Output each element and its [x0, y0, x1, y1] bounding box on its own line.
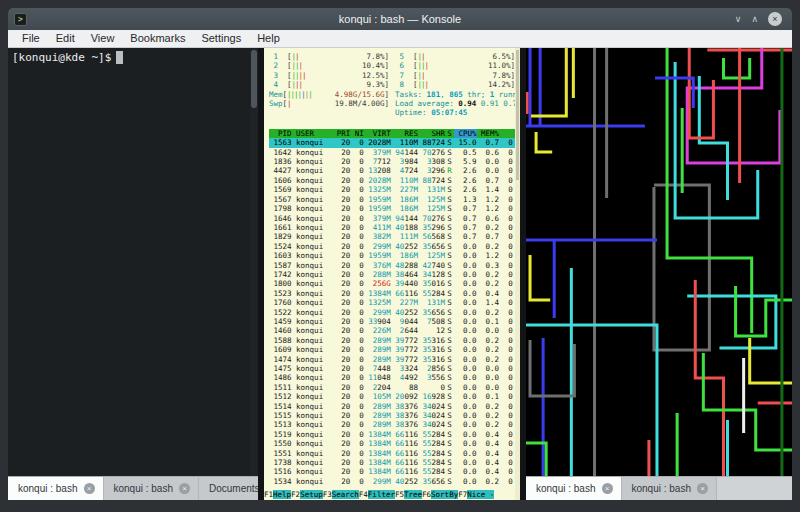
process-row[interactable]: 4427konqui2001320847243296R2.60.00	[269, 166, 520, 175]
tab-label: konqui : bash	[18, 483, 78, 494]
cpu-meter: 1 [||7.8%]	[269, 52, 389, 61]
process-row[interactable]: 1606konqui2002028M110M88724S2.60.70	[269, 176, 520, 185]
tab-close-icon[interactable]: ×	[697, 483, 708, 494]
process-row[interactable]: 1515konqui200289M3837634024S0.00.20	[269, 411, 520, 420]
process-row[interactable]: 1460konqui200226M264412S0.00.00	[269, 326, 520, 335]
cpu-meter: 2 [|||10.4%]	[269, 61, 389, 70]
process-row[interactable]: 1603konqui2001959M186M125MS0.01.20	[269, 251, 520, 260]
process-row[interactable]: 1522konqui200299M4025235656S0.00.20	[269, 308, 520, 317]
process-row[interactable]: 1534konqui200299M4025235656S0.00.20	[269, 477, 520, 486]
tab-bar-left: konqui : bash×konqui : bash×Documents : …	[8, 476, 258, 500]
window-title: konqui : bash — Konsole	[8, 13, 792, 25]
tab[interactable]: konqui : bash×	[104, 477, 200, 500]
process-row[interactable]: 1836konqui200771239843308S5.90.00	[269, 157, 520, 166]
close-button[interactable]: ×	[768, 12, 782, 26]
cpu-meter: 8 [|||14.2%]	[395, 80, 515, 89]
menu-item-bookmarks[interactable]: Bookmarks	[122, 30, 193, 47]
mem-meter: Mem[|||||||4.98G/15.6G]	[269, 90, 389, 99]
uptime-line: Uptime: 05:07:45	[395, 108, 515, 117]
fkey-item[interactable]: F1Help	[264, 490, 291, 500]
cpu-meter: 5 [||6.5%]	[395, 52, 515, 61]
tab[interactable]: konqui : bash×	[526, 477, 622, 500]
process-row[interactable]: 1459konqui2003390490447508S0.00.10	[269, 317, 520, 326]
fkey-item[interactable]: F5Tree	[395, 490, 422, 500]
cpu-meter: 3 [||||12.5%]	[269, 71, 389, 80]
process-row[interactable]: 1563konqui2002028M110M88724S15.00.70	[269, 138, 520, 147]
process-row[interactable]: 1798konqui2001959M186M125MS0.71.20	[269, 204, 520, 213]
tab-label: konqui : bash	[536, 483, 596, 494]
scrollbar-htop[interactable]	[515, 48, 520, 500]
process-row[interactable]: 1829konqui200382M111M56568S0.70.70	[269, 232, 520, 241]
tab[interactable]: konqui : bash×	[622, 477, 718, 500]
cpu-meter: 6 [|||11.0%]	[395, 61, 515, 70]
tab[interactable]: Documents : bash×	[199, 477, 258, 500]
fkey-item[interactable]: F4Filter	[359, 490, 395, 500]
process-row[interactable]: 1567konqui2001959M186M125MS1.31.20	[269, 195, 520, 204]
process-row[interactable]: 1475konqui200744833242856S0.00.00	[269, 364, 520, 373]
tab-label: Documents : bash	[209, 483, 258, 494]
process-row[interactable]: 1738konqui2001384M6611655284S0.00.40	[269, 458, 520, 467]
process-row[interactable]: 1569konqui2001325M227M131MS2.61.40	[269, 185, 520, 194]
terminal-left[interactable]: [konqui@kde ~]$	[8, 48, 258, 476]
tab-bar-right: konqui : bash×konqui : bash×	[526, 476, 792, 500]
tab-label: konqui : bash	[632, 483, 692, 494]
process-row[interactable]: 1524konqui200299M4025235656S0.00.20	[269, 242, 520, 251]
process-row[interactable]: 1513konqui200289M3837634024S0.00.20	[269, 420, 520, 429]
menu-item-view[interactable]: View	[83, 30, 123, 47]
scrollbar-thumb[interactable]	[251, 50, 257, 108]
process-row[interactable]: 1588konqui200289M3977235316S0.00.20	[269, 336, 520, 345]
title-bar[interactable]: > konqui : bash — Konsole ∨ ∧ ×	[8, 8, 792, 30]
process-row[interactable]: 1512konqui200105M2009216928S0.00.10	[269, 392, 520, 401]
process-row[interactable]: 1550konqui2001384M6611655284S0.00.40	[269, 439, 520, 448]
split-view: [konqui@kde ~]$ konqui : bash×konqui : b…	[8, 48, 792, 500]
menu-item-file[interactable]: File	[14, 30, 48, 47]
process-row[interactable]: 1587konqui200376M4828842740S0.00.30	[269, 261, 520, 270]
fkey-item[interactable]: F2Setup	[291, 490, 323, 500]
htop-function-bar: F1HelpF2SetupF3SearchF4FilterF5TreeF6Sor…	[264, 490, 520, 500]
process-row[interactable]: 1511konqui2002204880S0.00.00	[269, 383, 520, 392]
process-row[interactable]: 1519konqui2001384M6611655284S0.00.40	[269, 430, 520, 439]
process-row[interactable]: 1642konqui200379M9414470276S0.50.60	[269, 148, 520, 157]
process-row[interactable]: 1486konqui2001104844923556S0.00.00	[269, 373, 520, 382]
tab-close-icon[interactable]: ×	[84, 483, 95, 494]
tab-close-icon[interactable]: ×	[602, 483, 613, 494]
swp-meter: Swp[|19.8M/4.00G]	[269, 99, 389, 108]
minimize-button[interactable]: ∨	[735, 12, 742, 26]
scrollbar-left[interactable]	[250, 48, 258, 476]
tab-close-icon[interactable]: ×	[179, 483, 190, 494]
process-row[interactable]: 1800konqui200256G3944035016S0.00.20	[269, 279, 520, 288]
menu-item-help[interactable]: Help	[249, 30, 288, 47]
process-row[interactable]: 1523konqui2001384M6611655284S0.00.40	[269, 289, 520, 298]
shell-prompt: [konqui@kde ~]$	[12, 51, 111, 64]
menu-item-settings[interactable]: Settings	[193, 30, 249, 47]
fkey-item[interactable]: F7Nice -	[458, 490, 494, 500]
process-row[interactable]: 1551konqui2001384M6611655284S0.00.40	[269, 449, 520, 458]
maximize-button[interactable]: ∧	[751, 12, 758, 26]
process-row[interactable]: 1514konqui200289M3837634024S0.00.20	[269, 402, 520, 411]
process-row[interactable]: 1760konqui2001325M227M131MS0.01.40	[269, 298, 520, 307]
process-row[interactable]: 1742konqui200288M3846434128S0.00.20	[269, 270, 520, 279]
terminal-cursor	[116, 51, 123, 64]
scrollbar-thumb[interactable]	[516, 50, 519, 180]
htop-process-table: PIDUSERPRINIVIRTRESSHRSCPU%MEM%1563konqu…	[269, 129, 520, 486]
konsole-window: > konqui : bash — Konsole ∨ ∧ × FileEdit…	[8, 8, 792, 500]
pipes-animation	[526, 48, 792, 476]
process-row[interactable]: 1646konqui200379M9414470276S0.70.60	[269, 214, 520, 223]
menu-item-edit[interactable]: Edit	[48, 30, 83, 47]
fkey-item[interactable]: F6SortBy	[422, 490, 458, 500]
process-row[interactable]: 1661konqui200411M4018835296S0.70.20	[269, 223, 520, 232]
process-row[interactable]: 1474konqui200289M3977235316S0.00.20	[269, 355, 520, 364]
load-average-line: Load average: 0.94 0.91 0.77	[395, 99, 515, 108]
terminal-htop[interactable]: 1 [||7.8%]2 [|||10.4%]3 [||||12.5%]4 [||…	[264, 48, 520, 500]
tasks-line: Tasks: 181, 865 thr; 1 runni	[395, 90, 515, 99]
terminal-pipes[interactable]	[526, 48, 792, 476]
tab-label: konqui : bash	[114, 483, 174, 494]
htop-meters: 1 [||7.8%]2 [|||10.4%]3 [||||12.5%]4 [||…	[269, 52, 520, 118]
cpu-meter: 4 [|||9.3%]	[269, 80, 389, 89]
process-row[interactable]: 1516konqui2001384M6611655284S0.00.40	[269, 467, 520, 476]
menu-bar: FileEditViewBookmarksSettingsHelp	[8, 30, 792, 48]
fkey-item[interactable]: F3Search	[323, 490, 359, 500]
table-header[interactable]: PIDUSERPRINIVIRTRESSHRSCPU%MEM%	[269, 129, 520, 138]
tab[interactable]: konqui : bash×	[8, 477, 104, 500]
process-row[interactable]: 1609konqui200289M3977235316S0.00.20	[269, 345, 520, 354]
